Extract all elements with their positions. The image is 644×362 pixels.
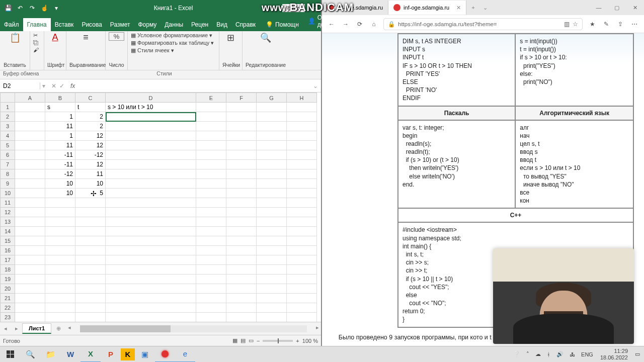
namebox-dropdown-icon[interactable]: ▾	[40, 82, 47, 89]
recording-icon[interactable]	[155, 346, 175, 363]
notes-icon[interactable]: ✎	[602, 21, 611, 28]
font-icon[interactable]: A	[47, 32, 63, 43]
status-text: Готово	[3, 338, 20, 344]
favorites-icon[interactable]: ★	[588, 21, 597, 28]
reload-icon[interactable]: ⟳	[355, 21, 364, 28]
lang-indicator[interactable]: ENG	[580, 351, 594, 357]
webcam-overlay	[493, 248, 634, 344]
align-icon[interactable]: ≡	[69, 32, 102, 43]
formula-input[interactable]	[77, 82, 310, 89]
clipboard-group-label: Буфер обмена	[3, 70, 39, 79]
close-tab-icon[interactable]: ✕	[456, 5, 461, 11]
copy-icon[interactable]: ⿻	[33, 40, 41, 46]
edge-icon[interactable]: e	[175, 346, 195, 363]
tab-home[interactable]: Главна	[23, 18, 51, 31]
tell-me[interactable]: 💡 Помощн	[262, 18, 303, 31]
enter-formula-icon[interactable]: ✓	[59, 82, 64, 89]
view-layout-icon[interactable]: ▤	[240, 337, 246, 344]
alg-header: Алгоритмический язык	[515, 106, 633, 120]
browser-tab-2[interactable]: inf-oge.sdamgia.ru✕	[388, 1, 466, 15]
zoom-out-icon[interactable]: −	[257, 338, 260, 344]
format-table-button[interactable]: ▦ Форматировать как таблицу ▾	[131, 40, 216, 46]
formula-expand-icon[interactable]: ⌄	[310, 82, 321, 89]
sheet-nav-prev-icon[interactable]: ◂	[0, 325, 11, 332]
tab-layout[interactable]: Размет	[106, 18, 134, 31]
tab-draw[interactable]: Рисова	[77, 18, 106, 31]
cell-styles-button[interactable]: ▦ Стили ячеек ▾	[131, 47, 216, 54]
forward-icon[interactable]: →	[341, 21, 350, 28]
volume-icon[interactable]: 🔊	[555, 351, 565, 357]
tray-expand-icon[interactable]: ˄	[525, 351, 530, 357]
zoom-slider[interactable]	[263, 340, 293, 342]
name-box[interactable]: D2	[0, 82, 40, 89]
tab-help[interactable]: Справк	[231, 18, 260, 31]
close-icon[interactable]: ✕	[626, 5, 644, 11]
lock-icon: 🔒	[388, 21, 395, 28]
number-label: Число	[109, 62, 124, 69]
cloud-icon[interactable]: ☁	[534, 351, 542, 357]
find-icon[interactable]: 🔍	[246, 32, 286, 43]
app-k-icon[interactable]: K	[121, 348, 135, 360]
tab-insert[interactable]: Вставк	[51, 18, 78, 31]
maximize-icon[interactable]: ▢	[608, 5, 626, 11]
back-icon[interactable]: ←	[327, 21, 336, 28]
file-explorer-icon[interactable]: 📁	[40, 346, 60, 363]
tab-file[interactable]: Файл	[0, 18, 23, 31]
dev-ide-icon[interactable]: ▣	[135, 346, 155, 363]
tab-review[interactable]: Рецен	[187, 18, 212, 31]
add-sheet-icon[interactable]: ⊕	[51, 325, 66, 332]
bookmark-icon[interactable]: ☆	[573, 21, 578, 28]
scroll-right-icon[interactable]: ▸	[314, 324, 321, 333]
share-icon[interactable]: ⇪	[616, 21, 625, 28]
home-icon[interactable]: ⌂	[369, 21, 378, 28]
search-icon[interactable]: 🔍	[20, 346, 40, 363]
undo-icon[interactable]: ↶	[16, 4, 24, 12]
help-tray-icon[interactable]: ❔	[512, 351, 521, 357]
clock-date[interactable]: 18.06.2022	[599, 354, 629, 360]
scroll-left-icon[interactable]: ◂	[66, 324, 73, 333]
minimize-icon[interactable]: —	[590, 5, 608, 11]
word-icon[interactable]: W	[60, 346, 80, 363]
zoom-in-icon[interactable]: +	[296, 338, 299, 344]
powerpoint-icon[interactable]: P	[101, 346, 121, 363]
grid-body[interactable]: 1sts > 10 или t > 1021231124112511126-11…	[0, 103, 317, 322]
menu-icon[interactable]: ⋯	[630, 21, 639, 28]
font-label: Шрифт	[47, 62, 63, 69]
save-icon[interactable]: 💾	[4, 4, 12, 12]
notifications-icon[interactable]: ▭	[634, 351, 641, 357]
clock-time[interactable]: 11:29	[613, 348, 629, 354]
tab-formulas[interactable]: Форму	[134, 18, 160, 31]
ribbon: 📋 Вставить ✂ ⿻ 🖌 A Шрифт ≡ Выравнивание …	[0, 31, 321, 70]
sheet-tab-bar: ◂ ▸ Лист1 ⊕ ◂ ▸	[0, 322, 321, 335]
paste-icon[interactable]: 📋	[3, 32, 27, 43]
bluetooth-icon[interactable]: ᚼ	[546, 351, 551, 357]
number-icon[interactable]: %	[109, 32, 124, 41]
cond-format-button[interactable]: ▦ Условное форматирование ▾	[131, 32, 216, 39]
view-normal-icon[interactable]: ▦	[232, 337, 237, 344]
sheet-tab[interactable]: Лист1	[22, 323, 51, 334]
column-headers[interactable]: A B C D E F G H	[15, 93, 317, 103]
network-icon[interactable]: 🖧	[569, 351, 576, 357]
cells-icon[interactable]: ⊞	[222, 32, 239, 43]
hscrollbar[interactable]	[80, 325, 307, 332]
fx-icon[interactable]: fx	[68, 82, 77, 89]
new-tab-icon[interactable]: +	[466, 5, 479, 11]
cut-icon[interactable]: ✂	[33, 32, 41, 39]
select-all-corner[interactable]	[0, 93, 15, 103]
tabs-dropdown-icon[interactable]: ⌄	[480, 5, 491, 11]
excel-icon[interactable]: X	[80, 346, 101, 363]
reader-icon[interactable]: ▥	[564, 21, 570, 28]
start-button[interactable]	[0, 346, 20, 363]
view-pagebreak-icon[interactable]: ▭	[249, 337, 254, 344]
cancel-formula-icon[interactable]: ✕	[51, 82, 56, 89]
tab-data[interactable]: Данны	[160, 18, 187, 31]
code-pascal: var s, t: integer; begin readln(s); read…	[403, 124, 511, 189]
zoom-level[interactable]: 100 %	[302, 338, 318, 344]
address-bar[interactable]: 🔒 https://inf-oge.sdamgia.ru/test?theme=…	[383, 18, 583, 30]
qat-more-icon[interactable]: ▾	[52, 4, 60, 12]
format-painter-icon[interactable]: 🖌	[33, 47, 41, 53]
redo-icon[interactable]: ↷	[28, 4, 36, 12]
tab-view[interactable]: Вид	[212, 18, 231, 31]
touch-mode-icon[interactable]: ☝	[40, 4, 48, 12]
sheet-nav-next-icon[interactable]: ▸	[11, 325, 22, 332]
